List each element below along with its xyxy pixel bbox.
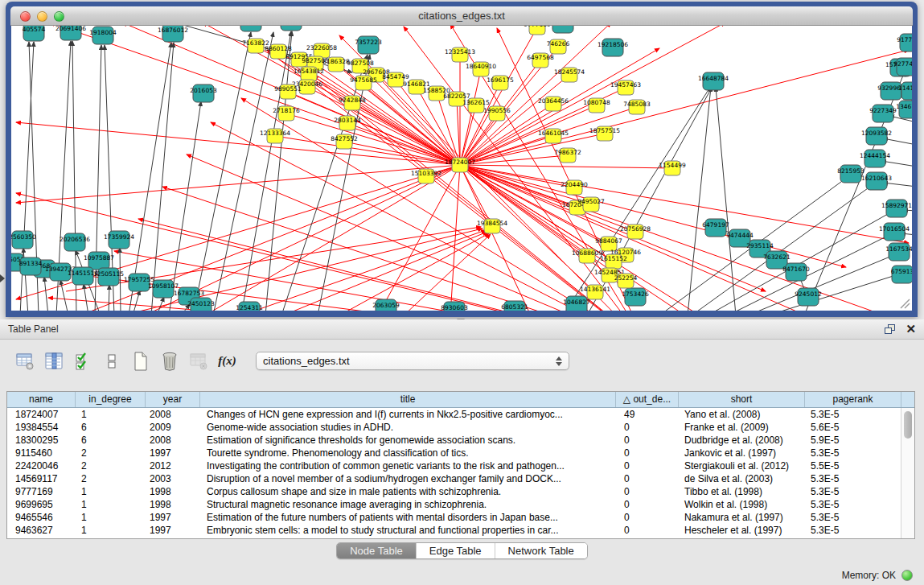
table-cell[interactable]: 5.6E-5 [805, 421, 901, 434]
table-cell[interactable]: 14569117 [7, 472, 76, 485]
network-node[interactable]: 1254311 [236, 302, 263, 311]
table-cell[interactable]: 0 [616, 421, 679, 434]
network-node[interactable]: 12133364 [260, 129, 290, 143]
network-node[interactable]: 746266 [547, 39, 570, 54]
network-node[interactable]: 16461045 [538, 129, 569, 143]
table-cell[interactable]: 0 [616, 485, 679, 498]
network-node[interactable]: 18640910 [466, 62, 496, 76]
network-node[interactable]: 1346721 [896, 101, 912, 118]
table-cell[interactable]: Changes of HCN gene expression and I(f) … [200, 408, 616, 421]
table-cell[interactable]: 9777169 [7, 485, 76, 498]
table-cell[interactable]: 2012 [146, 459, 200, 472]
table-cell[interactable]: 5.3E-5 [805, 511, 901, 524]
close-panel-icon[interactable]: ✕ [906, 323, 916, 335]
table-cell[interactable]: 6 [76, 421, 146, 434]
network-node[interactable]: 15892971 [881, 200, 912, 217]
table-cell[interactable]: 9463627 [7, 524, 76, 537]
network-node[interactable]: 2803144 [334, 116, 361, 130]
table-cell[interactable]: 5.5E-5 [805, 459, 901, 472]
table-cell[interactable]: 5.9E-5 [805, 434, 901, 447]
table-cell[interactable]: 5.3E-5 [805, 447, 901, 459]
table-cell[interactable]: 9465546 [7, 511, 76, 524]
network-node[interactable]: 1753426 [622, 288, 649, 306]
table-cell[interactable]: 5.3E-5 [805, 485, 901, 498]
table-row[interactable]: 911546021997Tourette syndrome. Phenomeno… [7, 447, 914, 459]
table-cell[interactable]: Hescheler et al. (1997) [679, 524, 805, 537]
table-row[interactable]: 1456911722003Disruption of a novel membe… [7, 472, 914, 485]
network-node[interactable]: 8186328 [322, 57, 350, 72]
table-cell[interactable]: 1 [76, 511, 146, 524]
network-node[interactable]: 15103392 [411, 169, 441, 183]
table-cell[interactable]: 18300295 [7, 434, 76, 447]
network-node[interactable]: 19384554 [477, 219, 507, 233]
table-row[interactable]: 1872400712008Changes of HCN gene express… [7, 408, 914, 421]
table-row[interactable]: 1830029562008Estimation of significance … [7, 434, 914, 447]
network-node[interactable]: 1615152 [600, 254, 627, 269]
network-node[interactable]: 675913 [891, 266, 912, 283]
network-node[interactable]: 7485083 [623, 100, 651, 114]
network-node[interactable]: 1990556 [483, 106, 511, 121]
table-cell[interactable]: Estimation of significance thresholds fo… [200, 434, 616, 447]
table-cell[interactable]: 2 [76, 459, 146, 472]
panel-collapse-arrow[interactable] [0, 274, 5, 282]
table-cell[interactable]: 0 [616, 472, 679, 485]
table-cell[interactable]: Jankovic et al. (1997) [679, 447, 805, 459]
network-node[interactable]: 9245012 [795, 288, 822, 306]
network-node[interactable]: 2718176 [273, 106, 300, 121]
table-row[interactable]: 977716911998Corpus callosum shape and si… [7, 485, 914, 498]
function-builder-icon[interactable]: f(x) [217, 351, 237, 371]
table-cell[interactable]: 5.3E-5 [805, 524, 901, 537]
table-cell[interactable]: 0 [616, 498, 679, 511]
table-cell[interactable]: 0 [616, 434, 679, 447]
network-node[interactable]: 891334 [19, 257, 43, 275]
network-node[interactable]: 7357223 [355, 36, 382, 54]
network-node[interactable]: 16033809 [276, 26, 306, 31]
network-node[interactable]: 17359924 [104, 231, 134, 249]
table-cell[interactable]: 1 [76, 408, 146, 421]
network-node[interactable]: 16648784 [698, 72, 729, 90]
table-cell[interactable]: 1 [76, 498, 146, 511]
column-header-in-degree[interactable]: in_degree [76, 392, 146, 407]
table-cell[interactable]: 1997 [146, 511, 200, 524]
zoom-window-icon[interactable] [54, 11, 64, 22]
network-node[interactable]: 2560350 [11, 231, 36, 249]
table-cell[interactable]: Yano et al. (2008) [679, 408, 805, 421]
network-node[interactable]: 6497568 [527, 53, 554, 68]
network-node[interactable]: 7986372 [554, 148, 581, 163]
network-node[interactable]: 6805321 [501, 301, 528, 311]
table-cell[interactable]: Investigating the contribution of common… [200, 459, 616, 472]
table-row[interactable]: 946362711997Embryonic stem cells: a mode… [7, 524, 914, 537]
table-cell[interactable]: 1 [76, 524, 146, 537]
table-cell[interactable]: 1998 [146, 485, 200, 498]
network-node[interactable]: 1918004 [89, 27, 117, 44]
network-node[interactable]: 20691406 [55, 26, 86, 40]
table-cell[interactable]: 0 [616, 511, 679, 524]
table-cell[interactable]: Estimation of the future numbers of pati… [200, 511, 616, 524]
table-cell[interactable]: 0 [616, 447, 679, 459]
table-cell[interactable]: 1997 [146, 524, 200, 537]
table-cell[interactable]: 19384554 [7, 421, 76, 434]
network-node[interactable]: 15722783 [236, 26, 266, 31]
table-row[interactable]: 2242004622012Investigating the contribut… [7, 459, 914, 472]
table-cell[interactable]: Wolkin et al. (1998) [679, 498, 805, 511]
table-row[interactable]: 969969511998Structural magnetic resonanc… [7, 498, 914, 511]
table-cell[interactable]: 22420046 [7, 459, 76, 472]
table-cell[interactable]: Franke et al. (2009) [679, 421, 805, 434]
table-cell[interactable]: 6 [76, 434, 146, 447]
table-cell[interactable]: 1 [76, 485, 146, 498]
network-node[interactable]: 16543812 [294, 67, 324, 81]
network-node[interactable]: 405574 [23, 26, 46, 41]
table-cell[interactable]: 5.3E-5 [805, 472, 901, 485]
network-node[interactable]: 8813054 [549, 26, 577, 33]
table-cell[interactable]: de Silva et al. (2003) [679, 472, 805, 485]
network-node[interactable]: 9777169 [524, 26, 551, 35]
network-node[interactable]: 1154499 [659, 161, 686, 175]
float-panel-icon[interactable] [885, 324, 896, 335]
network-node[interactable]: 1080748 [583, 98, 610, 113]
table-cell[interactable]: 0 [616, 459, 679, 472]
new-column-icon[interactable] [130, 351, 150, 371]
network-node[interactable]: 8427552 [331, 134, 358, 149]
network-canvas[interactable]: 4055742069140619180041687601215722783160… [11, 26, 912, 311]
table-cell[interactable]: Tibbo et al. (1998) [679, 485, 805, 498]
table-cell[interactable]: 2008 [146, 434, 200, 447]
